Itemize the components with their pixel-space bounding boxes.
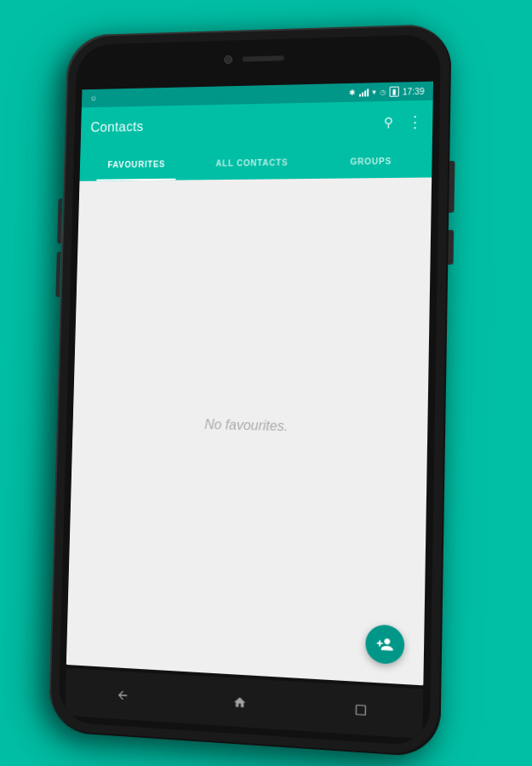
svg-rect-0 <box>356 705 365 715</box>
tab-groups[interactable]: GROUPS <box>311 143 432 179</box>
signal-icon <box>359 88 369 96</box>
volume-down-button[interactable] <box>55 252 60 297</box>
empty-state-message: No favourites. <box>204 416 288 433</box>
content-area: No favourites. <box>66 177 432 685</box>
volume-up-button[interactable] <box>57 198 62 243</box>
phone-top-bar <box>224 54 284 64</box>
tab-all-contacts[interactable]: ALL CONTACTS <box>193 145 312 180</box>
add-contact-fab[interactable] <box>365 624 404 665</box>
action-bar: Contacts ⚲ ⋮ <box>81 100 433 149</box>
bluetooth-icon: ✱ <box>349 89 356 97</box>
alarm-icon: ◷ <box>380 88 386 95</box>
front-camera <box>224 55 232 64</box>
scene: ☺ ✱ ▾ ◷ ▮ 17:39 <box>0 0 532 766</box>
search-icon[interactable]: ⚲ <box>384 115 394 130</box>
overflow-menu-icon[interactable]: ⋮ <box>407 112 422 131</box>
screen: ☺ ✱ ▾ ◷ ▮ 17:39 <box>66 82 433 686</box>
add-person-icon <box>376 635 394 654</box>
phone-shell: ☺ ✱ ▾ ◷ ▮ 17:39 <box>49 24 452 758</box>
battery-icon: ▮ <box>389 87 398 97</box>
status-bar-right: ✱ ▾ ◷ ▮ 17:39 <box>349 86 425 98</box>
tab-bar: FAVOURITES ALL CONTACTS GROUPS <box>80 143 432 181</box>
phone-inner: ☺ ✱ ▾ ◷ ▮ 17:39 <box>58 34 441 746</box>
home-button[interactable] <box>224 686 255 719</box>
action-bar-icons: ⚲ ⋮ <box>384 112 422 132</box>
notification-icon: ☺ <box>89 94 97 103</box>
back-button[interactable] <box>107 679 138 712</box>
earpiece-speaker <box>243 55 284 61</box>
status-bar-left: ☺ <box>89 94 97 103</box>
tab-favourites[interactable]: FAVOURITES <box>80 146 194 181</box>
recents-button[interactable] <box>345 693 377 727</box>
wifi-icon: ▾ <box>372 88 376 96</box>
clock: 17:39 <box>403 86 425 96</box>
app-title: Contacts <box>90 115 384 135</box>
